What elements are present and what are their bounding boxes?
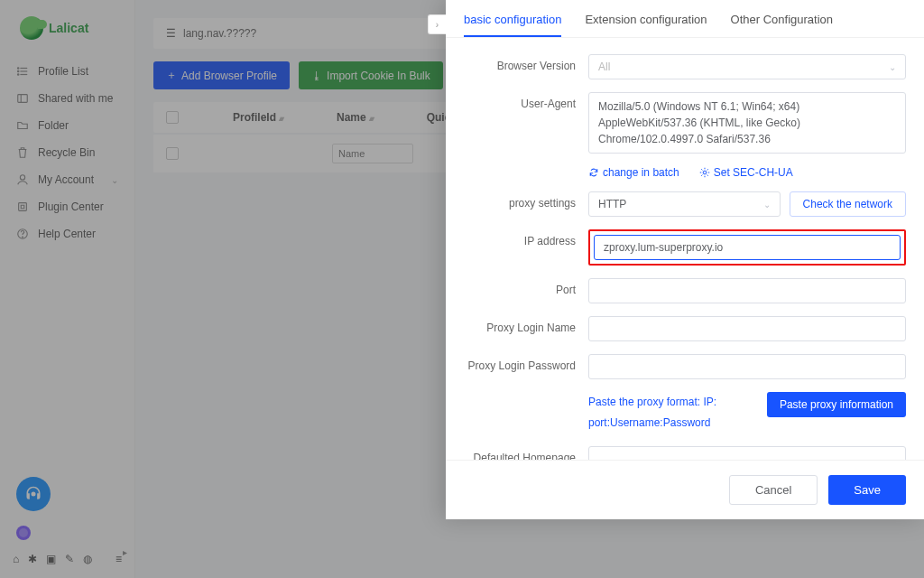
browser-version-select[interactable]: All ⌄: [588, 54, 906, 79]
label-user-agent: User-Agent: [464, 92, 588, 110]
cancel-button[interactable]: Cancel: [729, 475, 818, 505]
paste-format-hint: Paste the proxy format: IP: port:Usernam…: [588, 392, 749, 434]
svg-point-12: [703, 171, 707, 174]
tab-extension[interactable]: Extension configuration: [585, 13, 707, 37]
port-input[interactable]: [588, 278, 906, 303]
refresh-icon: [588, 167, 599, 178]
proxy-type-select[interactable]: HTTP ⌄: [588, 191, 781, 217]
drawer-collapse-button[interactable]: ›: [428, 14, 446, 34]
homepage-input[interactable]: [588, 446, 906, 460]
ip-highlight-box: [588, 229, 906, 266]
label-proxy-settings: proxy settings: [464, 191, 588, 210]
tab-other[interactable]: Other Configuration: [731, 13, 833, 37]
gear-icon: [699, 167, 710, 178]
check-network-button[interactable]: Check the network: [790, 191, 906, 217]
label-ip: IP address: [464, 229, 588, 247]
proxy-login-name-input[interactable]: [588, 316, 906, 341]
label-login-pwd: Proxy Login Password: [464, 354, 588, 372]
label-port: Port: [464, 278, 588, 296]
tab-basic[interactable]: basic configuration: [464, 13, 561, 37]
user-agent-textarea[interactable]: Mozilla/5.0 (Windows NT 6.1; Win64; x64)…: [588, 92, 906, 154]
drawer-tabs: basic configuration Extension configurat…: [446, 0, 924, 38]
proxy-login-password-input[interactable]: [588, 354, 906, 379]
label-browser-version: Browser Version: [464, 54, 588, 72]
drawer-footer: Cancel Save: [446, 460, 924, 519]
chevron-down-icon: ⌄: [763, 200, 771, 210]
save-button[interactable]: Save: [828, 475, 906, 505]
label-login-name: Proxy Login Name: [464, 316, 588, 334]
set-sec-ch-ua-link[interactable]: Set SEC-CH-UA: [699, 166, 793, 179]
chevron-down-icon: ⌄: [889, 62, 896, 72]
paste-proxy-button[interactable]: Paste proxy information: [767, 392, 906, 417]
select-value: All: [598, 61, 610, 73]
drawer-body: Browser Version All ⌄ User-Agent Mozilla…: [446, 38, 924, 460]
select-value: HTTP: [598, 198, 626, 210]
ip-address-input[interactable]: [594, 235, 901, 260]
change-batch-link[interactable]: change in batch: [588, 166, 679, 179]
config-drawer: › basic configuration Extension configur…: [446, 0, 924, 519]
label-homepage: Defaulted Homepage: [464, 446, 588, 460]
